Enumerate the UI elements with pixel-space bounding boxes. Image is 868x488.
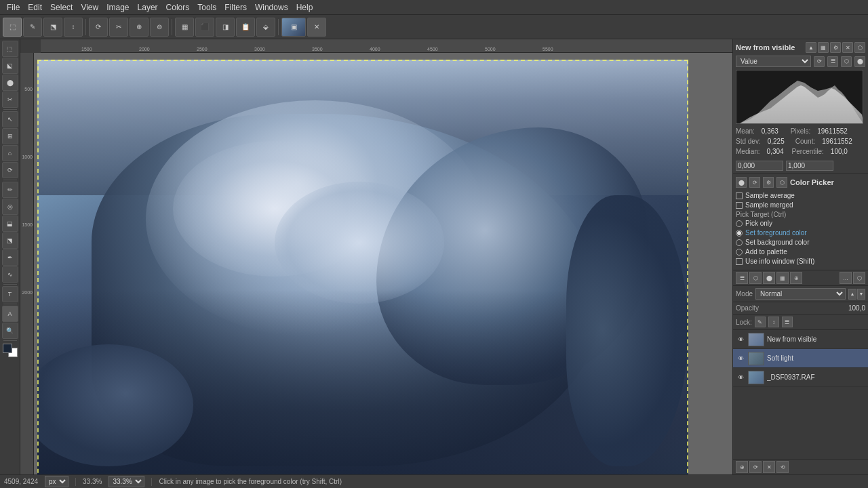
tool-heal[interactable]: ✒ (2, 249, 18, 266)
hist-icon-2[interactable]: ▦ (818, 42, 829, 53)
toolbox-sep-1 (3, 109, 17, 110)
layers-icon-4[interactable]: ▦ (776, 272, 789, 284)
tool-free-select[interactable]: ⬕ (2, 58, 18, 74)
toolbar-btn-8[interactable]: ▦ (175, 18, 194, 37)
lock-btn-2[interactable]: ↕ (768, 317, 779, 327)
cp-set-fg-radio[interactable] (736, 230, 743, 237)
tool-align[interactable]: ⊞ (2, 128, 18, 144)
canvas-content[interactable] (34, 53, 732, 474)
range-end-input[interactable] (786, 161, 833, 171)
lock-btn-3[interactable]: ☰ (782, 317, 793, 327)
hist-linear[interactable]: ⬤ (854, 56, 865, 67)
cp-use-info-checkbox[interactable] (736, 258, 743, 265)
tool-zoom[interactable]: 🔍 (2, 323, 18, 339)
layer-row-1[interactable]: 👁 Soft light (733, 349, 868, 368)
toolbar-btn-5[interactable]: ✂ (109, 18, 128, 37)
tool-text[interactable]: T (2, 286, 18, 302)
menu-tools[interactable]: Tools (193, 1, 220, 14)
menu-filters[interactable]: Filters (220, 1, 251, 14)
layers-bottom-4[interactable]: ⟲ (776, 461, 789, 473)
tool-move[interactable]: ↖ (2, 111, 18, 127)
mode-arrow-up[interactable]: ▲ (848, 289, 856, 300)
toolbar-btn-3[interactable]: ↕ (64, 18, 83, 37)
tool-clone[interactable]: ⬔ (2, 232, 18, 249)
toolbar-btn-9[interactable]: ⬛ (195, 18, 214, 37)
tool-smudge[interactable]: ∿ (2, 266, 18, 283)
toolbar-btn-12[interactable]: ⬙ (256, 18, 275, 37)
cp-icon-4[interactable]: ⬡ (776, 177, 787, 188)
layer-eye-2[interactable]: 👁 (736, 373, 745, 382)
median-value: 0,304 (767, 146, 784, 157)
layer-thumb-0 (748, 333, 764, 346)
toolbar-btn-0[interactable]: ⬚ (3, 18, 22, 37)
hist-menu[interactable]: ☰ (827, 56, 838, 67)
layer-row-2[interactable]: 👁 _DSF0937.RAF (733, 368, 868, 387)
toolbar-btn-1[interactable]: ✎ (23, 18, 42, 37)
cp-add-palette-label: Add to palette (745, 248, 787, 256)
tool-crop[interactable]: ⌂ (2, 145, 18, 161)
tool-paths[interactable]: ✂ (2, 92, 18, 108)
hist-icon-5[interactable]: ⬡ (854, 42, 865, 53)
tool-eraser[interactable]: ⬓ (2, 216, 18, 232)
status-unit-select[interactable]: px (45, 476, 68, 487)
menu-layer[interactable]: Layer (134, 1, 162, 14)
range-start-input[interactable] (736, 161, 783, 171)
layer-eye-1[interactable]: 👁 (736, 354, 745, 363)
tool-paintbrush[interactable]: ◎ (2, 199, 18, 215)
cp-icon-3[interactable]: ⚙ (763, 177, 774, 188)
toolbar-btn-4[interactable]: ⟳ (89, 18, 108, 37)
menu-windows[interactable]: Windows (251, 1, 292, 14)
image-canvas[interactable] (37, 60, 688, 474)
cp-icon-2[interactable]: ⟳ (749, 177, 760, 188)
tool-pencil[interactable]: ✏ (2, 182, 18, 198)
hist-icon-4[interactable]: ✕ (842, 42, 853, 53)
tool-rotate[interactable]: ⟳ (2, 162, 18, 178)
menu-view[interactable]: View (77, 1, 102, 14)
menu-select[interactable]: Select (46, 1, 77, 14)
layers-icon-3[interactable]: ⬤ (763, 272, 775, 284)
hist-icon-1[interactable]: ▲ (806, 42, 816, 53)
layer-eye-0[interactable]: 👁 (736, 335, 745, 344)
layers-bottom-1[interactable]: ⊕ (736, 461, 748, 473)
fg-color-box[interactable] (3, 344, 12, 353)
layers-icon-1[interactable]: ☰ (736, 272, 748, 284)
toolbar-btn-10[interactable]: ◨ (216, 18, 235, 37)
tool-rect-select[interactable]: ⬚ (2, 41, 18, 57)
menu-help[interactable]: Help (292, 1, 317, 14)
cp-set-bg-radio[interactable] (736, 239, 743, 246)
toolbar-close[interactable]: ✕ (307, 18, 326, 37)
toolbar-btn-11[interactable]: 📋 (236, 18, 255, 37)
toolbar-btn-6[interactable]: ⊕ (130, 18, 149, 37)
menu-colors[interactable]: Colors (162, 1, 194, 14)
layers-mode-select[interactable]: Normal (755, 288, 846, 300)
lock-btn-1[interactable]: ✎ (755, 317, 766, 327)
cp-icon-1[interactable]: ⬤ (736, 177, 747, 188)
mode-arrows: ▲ ▼ (848, 289, 865, 300)
hist-icon-3[interactable]: ⚙ (830, 42, 841, 53)
cp-sample-average-checkbox[interactable] (736, 192, 743, 199)
layers-expand[interactable]: ⬡ (853, 272, 865, 284)
layers-bottom-2[interactable]: ⟳ (749, 461, 762, 473)
menu-image[interactable]: Image (102, 1, 133, 14)
cp-add-palette-radio[interactable] (736, 249, 743, 256)
layers-icon-2[interactable]: ⬡ (749, 272, 762, 284)
hist-expand[interactable]: ⬡ (841, 56, 852, 67)
toolbar-btn-2[interactable]: ⬔ (43, 18, 62, 37)
toolbar-image-thumb[interactable]: ▣ (281, 18, 306, 37)
layers-bottom-3[interactable]: ✕ (763, 461, 775, 473)
cp-pick-only-radio[interactable] (736, 220, 743, 227)
layers-more[interactable]: … (840, 272, 852, 284)
layers-icon-5[interactable]: ⊕ (790, 272, 802, 284)
mode-arrow-down[interactable]: ▼ (857, 289, 865, 300)
cp-sample-merged-checkbox[interactable] (736, 202, 743, 209)
toolbox: ⬚ ⬕ ⬤ ✂ ↖ ⊞ ⌂ ⟳ ✏ ◎ ⬓ ⬔ ✒ ∿ T A 🔍 (0, 39, 20, 474)
toolbar-btn-7[interactable]: ⊖ (150, 18, 169, 37)
tool-fuzzy-select[interactable]: ⬤ (2, 75, 18, 91)
histogram-channel-select[interactable]: Value (736, 56, 811, 67)
menu-edit[interactable]: Edit (24, 1, 46, 14)
tool-color-picker[interactable]: A (2, 306, 18, 322)
menu-file[interactable]: File (3, 1, 24, 14)
layer-row-0[interactable]: 👁 New from visible (733, 330, 868, 349)
status-zoom-select[interactable]: 33.3% (108, 476, 144, 487)
hist-refresh[interactable]: ⟳ (814, 56, 825, 67)
